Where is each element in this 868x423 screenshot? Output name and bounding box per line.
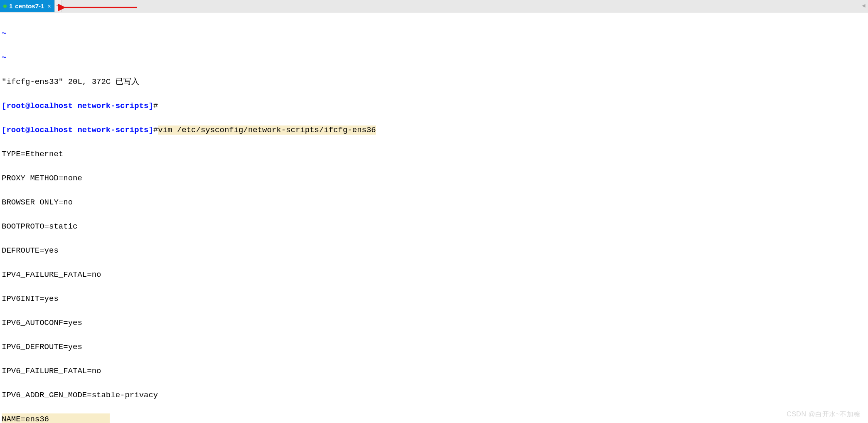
config-line: BROWSER_ONLY=no <box>2 197 866 209</box>
terminal-content[interactable]: ~ ~ "ifcfg-ens33" 20L, 372C 已写入 [root@lo… <box>0 12 868 423</box>
config-line: IPV6_ADDR_GEN_MODE=stable-privacy <box>2 389 866 401</box>
status-dot-icon <box>3 5 7 8</box>
close-icon[interactable]: × <box>47 3 52 10</box>
shell-prompt: [root@localhost network-scripts] <box>2 125 153 135</box>
plus-icon: + <box>56 2 59 9</box>
vim-tilde: ~ <box>2 29 6 38</box>
config-line: IPV6INIT=yes <box>2 293 866 305</box>
add-tab-button[interactable]: + <box>54 0 62 12</box>
tab-centos7-1[interactable]: 1 centos7-1 × <box>0 0 54 12</box>
config-line: TYPE=Ethernet <box>2 148 866 160</box>
config-line: IPV6_AUTOCONF=yes <box>2 317 866 329</box>
config-line: IPV6_FAILURE_FATAL=no <box>2 365 866 377</box>
scroll-left-icon[interactable]: ◄ <box>862 2 866 9</box>
prompt-hash: # <box>153 101 158 111</box>
config-line: DEFROUTE=yes <box>2 245 866 257</box>
config-line: IPV6_DEFROUTE=yes <box>2 341 866 353</box>
config-line: BOOTPROTO=static <box>2 221 866 233</box>
annotation-arrow-icon <box>58 3 141 12</box>
command-text: vim /etc/sysconfig/network-scripts/ifcfg… <box>158 125 376 135</box>
config-line-highlighted: NAME=ens36 <box>2 413 110 423</box>
prompt-hash: # <box>153 125 158 135</box>
tab-number: 1 <box>9 2 12 10</box>
vim-tilde: ~ <box>2 53 6 62</box>
config-line: PROXY_METHOD=none <box>2 172 866 184</box>
config-line: IPV4_FAILURE_FATAL=no <box>2 269 866 281</box>
tab-label: centos7-1 <box>15 2 44 10</box>
watermark-text: CSDN @白开水~不加糖 <box>787 410 861 419</box>
tab-bar: 1 centos7-1 × + ◄ <box>0 0 868 12</box>
shell-prompt: [root@localhost network-scripts] <box>2 101 153 111</box>
vim-status-line: "ifcfg-ens33" 20L, 372C 已写入 <box>2 76 866 88</box>
